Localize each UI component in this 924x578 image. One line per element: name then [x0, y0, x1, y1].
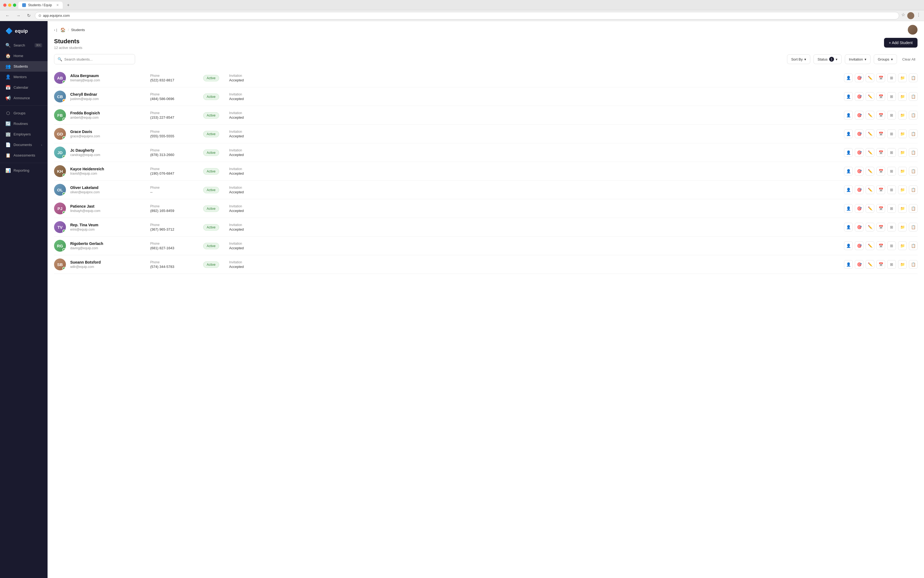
url-bar[interactable]: ⊙ app.equipnx.com — [35, 12, 899, 19]
sidebar-item-assessments[interactable]: 📋 Assessments — [0, 150, 47, 161]
edit-icon-button[interactable]: ✏️ — [866, 73, 874, 82]
grid-icon-button[interactable]: ⊞ — [887, 111, 896, 120]
invitation-filter-button[interactable]: Invitation ▾ — [845, 54, 871, 64]
folder-icon-button[interactable]: 📁 — [898, 204, 907, 213]
calendar-icon-button[interactable]: 📅 — [877, 148, 885, 157]
sort-by-button[interactable]: Sort By ▾ — [787, 54, 810, 64]
checklist-icon-button[interactable]: 📋 — [909, 111, 918, 120]
edit-icon-button[interactable]: ✏️ — [866, 204, 874, 213]
student-avatar[interactable]: AB — [54, 72, 66, 84]
menu-icon[interactable]: ⋮ — [916, 12, 921, 19]
profile-icon-button[interactable]: 👤 — [844, 260, 853, 269]
student-avatar[interactable]: SB — [54, 258, 66, 270]
grid-icon-button[interactable]: ⊞ — [887, 204, 896, 213]
checklist-icon-button[interactable]: 📋 — [909, 185, 918, 194]
checklist-icon-button[interactable]: 📋 — [909, 167, 918, 175]
student-name[interactable]: Patience Jast — [70, 204, 146, 208]
grid-icon-button[interactable]: ⊞ — [887, 223, 896, 231]
sidebar-item-routines[interactable]: 🔄 Routines — [0, 119, 47, 129]
goals-icon-button[interactable]: 🎯 — [855, 242, 864, 250]
checklist-icon-button[interactable]: 📋 — [909, 242, 918, 250]
profile-icon-button[interactable]: 👤 — [844, 223, 853, 231]
edit-icon-button[interactable]: ✏️ — [866, 92, 874, 101]
calendar-icon-button[interactable]: 📅 — [877, 185, 885, 194]
calendar-icon-button[interactable]: 📅 — [877, 260, 885, 269]
profile-icon-button[interactable]: 👤 — [844, 130, 853, 138]
sidebar-item-home[interactable]: 🏠 Home — [0, 50, 47, 61]
edit-icon-button[interactable]: ✏️ — [866, 223, 874, 231]
goals-icon-button[interactable]: 🎯 — [855, 167, 864, 175]
profile-icon-button[interactable]: 👤 — [844, 111, 853, 120]
edit-icon-button[interactable]: ✏️ — [866, 167, 874, 175]
student-name[interactable]: Oliver Lakeland — [70, 185, 146, 190]
sidebar-item-announce[interactable]: 📢 Announce — [0, 93, 47, 103]
grid-icon-button[interactable]: ⊞ — [887, 242, 896, 250]
folder-icon-button[interactable]: 📁 — [898, 223, 907, 231]
student-name[interactable]: Rigoberto Gerlach — [70, 242, 146, 246]
student-avatar[interactable]: GD — [54, 128, 66, 140]
browser-tab[interactable]: Students / Equip ✕ — [18, 2, 63, 9]
folder-icon-button[interactable]: 📁 — [898, 185, 907, 194]
student-avatar[interactable]: JD — [54, 146, 66, 158]
profile-icon-button[interactable]: 👤 — [844, 167, 853, 175]
student-avatar[interactable]: OL — [54, 184, 66, 196]
sidebar-item-employers[interactable]: 🏢 Employers — [0, 129, 47, 140]
clear-all-button[interactable]: Clear All — [900, 57, 918, 62]
grid-icon-button[interactable]: ⊞ — [887, 260, 896, 269]
student-avatar[interactable]: TV — [54, 221, 66, 233]
profile-icon-button[interactable]: 👤 — [844, 148, 853, 157]
student-avatar[interactable]: FB — [54, 109, 66, 121]
student-avatar[interactable]: PJ — [54, 203, 66, 214]
checklist-icon-button[interactable]: 📋 — [909, 260, 918, 269]
student-name[interactable]: Sueann Botsford — [70, 260, 146, 265]
checklist-icon-button[interactable]: 📋 — [909, 92, 918, 101]
edit-icon-button[interactable]: ✏️ — [866, 185, 874, 194]
student-name[interactable]: Jc Daugherty — [70, 148, 146, 153]
student-name[interactable]: Aliza Bergnaum — [70, 73, 146, 78]
goals-icon-button[interactable]: 🎯 — [855, 204, 864, 213]
folder-icon-button[interactable]: 📁 — [898, 260, 907, 269]
student-avatar[interactable]: RG — [54, 240, 66, 252]
folder-icon-button[interactable]: 📁 — [898, 92, 907, 101]
close-window-button[interactable] — [3, 3, 6, 7]
edit-icon-button[interactable]: ✏️ — [866, 111, 874, 120]
calendar-icon-button[interactable]: 📅 — [877, 92, 885, 101]
sidebar-item-search[interactable]: 🔍 Search ⌘K — [0, 40, 47, 50]
student-name[interactable]: Kayce Heidenreich — [70, 167, 146, 171]
minimize-window-button[interactable] — [8, 3, 11, 7]
edit-icon-button[interactable]: ✏️ — [866, 260, 874, 269]
goals-icon-button[interactable]: 🎯 — [855, 92, 864, 101]
goals-icon-button[interactable]: 🎯 — [855, 148, 864, 157]
user-profile-avatar[interactable] — [908, 25, 918, 35]
status-filter-button[interactable]: Status 1 ▾ — [814, 54, 841, 64]
checklist-icon-button[interactable]: 📋 — [909, 73, 918, 82]
student-name[interactable]: Rep. Tina Veum — [70, 223, 146, 227]
folder-icon-button[interactable]: 📁 — [898, 73, 907, 82]
sidebar-item-calendar[interactable]: 📅 Calendar — [0, 82, 47, 93]
student-avatar[interactable]: CB — [54, 91, 66, 102]
grid-icon-button[interactable]: ⊞ — [887, 185, 896, 194]
profile-icon-button[interactable]: 👤 — [844, 73, 853, 82]
back-navigation-button[interactable]: ‹ | — [54, 28, 57, 32]
student-name[interactable]: Grace Davis — [70, 130, 146, 134]
edit-icon-button[interactable]: ✏️ — [866, 242, 874, 250]
search-input[interactable] — [64, 57, 131, 62]
profile-icon-button[interactable]: 👤 — [844, 185, 853, 194]
sidebar-item-mentors[interactable]: 👤 Mentors — [0, 71, 47, 82]
goals-icon-button[interactable]: 🎯 — [855, 223, 864, 231]
new-tab-button[interactable]: + — [65, 3, 71, 8]
sidebar-item-groups[interactable]: ⬡ Groups — [0, 108, 47, 119]
tab-close-icon[interactable]: ✕ — [56, 3, 59, 7]
checklist-icon-button[interactable]: 📋 — [909, 148, 918, 157]
student-name[interactable]: Cheryll Bednar — [70, 92, 146, 96]
profile-icon-button[interactable]: 👤 — [844, 204, 853, 213]
edit-icon-button[interactable]: ✏️ — [866, 130, 874, 138]
goals-icon-button[interactable]: 🎯 — [855, 185, 864, 194]
grid-icon-button[interactable]: ⊞ — [887, 92, 896, 101]
bookmark-icon[interactable]: ☆ — [901, 12, 905, 19]
checklist-icon-button[interactable]: 📋 — [909, 204, 918, 213]
folder-icon-button[interactable]: 📁 — [898, 242, 907, 250]
calendar-icon-button[interactable]: 📅 — [877, 130, 885, 138]
sidebar-item-students[interactable]: 👥 Students — [0, 61, 47, 71]
profile-icon-button[interactable]: 👤 — [844, 92, 853, 101]
